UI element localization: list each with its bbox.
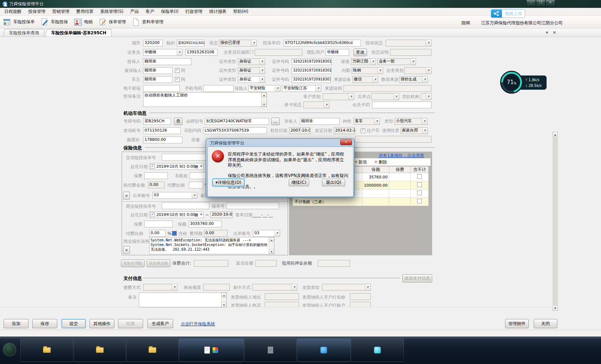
menu-item-insure[interactable]: 投保管理	[28, 9, 45, 15]
taskbar-item[interactable]	[351, 338, 404, 362]
state-select[interactable]: 报价已受理	[219, 40, 257, 46]
city-input[interactable]: 320200	[143, 40, 163, 46]
usage-select[interactable]: 家庭自用	[401, 127, 428, 134]
remove-jq-button[interactable]: ×	[123, 192, 130, 200]
apply-remark-textarea[interactable]: 自动报价失败转人工报价 ▲▼	[143, 92, 267, 107]
jq-acct-select[interactable]: 03	[152, 192, 197, 199]
menu-item-schedule[interactable]: 日程提醒	[4, 9, 21, 15]
include-checkbox[interactable]	[417, 191, 422, 195]
insurer-select[interactable]: 平安财险	[248, 85, 280, 92]
brand-input[interactable]: 别克SGM7240CWAT轿车	[205, 118, 269, 125]
range2-checkbox[interactable]	[150, 212, 155, 217]
inv-acct-input[interactable]	[350, 302, 371, 307]
idno2-input[interactable]: 320219197209183010	[292, 67, 332, 74]
save-button[interactable]: 保存	[32, 319, 57, 328]
toolbar-vehicle-insure-button[interactable]: 车险投保	[40, 18, 68, 26]
inservice-select[interactable]: 陈炯	[352, 67, 383, 74]
quota-input[interactable]	[203, 284, 230, 291]
cust-type-select[interactable]	[323, 93, 354, 100]
tab-list-caret-icon[interactable]: ▼	[546, 31, 548, 34]
close-button[interactable]: ✕	[546, 0, 555, 6]
sign-date-mask[interactable]: ____-__-__	[253, 212, 273, 218]
brand-more-button[interactable]: …	[271, 118, 280, 125]
car-owner-input[interactable]: 顾明章	[143, 76, 172, 83]
tab-close-icon[interactable]: ✕	[553, 30, 556, 35]
add-payment-button[interactable]: 添加支付信息	[402, 274, 432, 282]
quote-add-button[interactable]: ✚新添	[354, 159, 367, 165]
state-desc-input[interactable]	[390, 49, 431, 56]
textarea-scrollbar[interactable]: ▲▼	[261, 93, 267, 107]
continue-button[interactable]: 继续(C)	[289, 179, 309, 186]
caret-down-icon[interactable]: ▼	[199, 163, 203, 169]
toolbar-vehicle-policy-list-button[interactable]: 车险投保单	[3, 18, 35, 26]
menu-item-system[interactable]: 系统管理(S)	[100, 9, 123, 15]
remove-sy-button[interactable]: ×	[123, 246, 130, 254]
insured-input[interactable]: 顾明章	[143, 67, 172, 74]
taskbar-item[interactable]	[297, 338, 351, 362]
open-insurer-system-link[interactable]: 点击打开保险系统	[181, 321, 215, 327]
textarea-scrollbar[interactable]: ▲▼	[269, 237, 274, 254]
loan-org-select[interactable]	[421, 93, 431, 100]
menu-item-admin[interactable]: 行政管理	[185, 9, 202, 15]
card-state-select[interactable]	[303, 102, 329, 108]
email-input[interactable]	[143, 85, 180, 92]
sy-acct-select[interactable]: 03	[253, 230, 280, 237]
menu-item-customer[interactable]: 客户	[146, 9, 154, 15]
policy-id-input[interactable]: 67f27122fd9f4c0cbb433f325c6360cd	[284, 40, 361, 46]
veh-extra-input[interactable]	[355, 136, 431, 143]
member-id-input[interactable]	[372, 102, 431, 108]
sy-end-date-input[interactable]: 2020-10-08	[210, 211, 233, 218]
other-actions-button[interactable]: 其他操作	[89, 319, 114, 328]
maximize-button[interactable]: ❐	[536, 0, 546, 6]
tax-fee-input[interactable]: 0.00	[148, 182, 165, 188]
jq-range-datetime[interactable]: 2019年10月 9日 0:00 ▦▼	[149, 163, 204, 170]
same-as-applicant-checkbox[interactable]	[175, 68, 180, 73]
jq-fee-input[interactable]	[144, 172, 168, 179]
menu-item-report[interactable]: 统计报表	[209, 9, 226, 15]
sy-policy-no-input[interactable]	[162, 202, 209, 209]
idno-input[interactable]: 320219197209183010	[292, 58, 332, 65]
fee-amt-input[interactable]: 0.00	[204, 230, 228, 237]
channel-dept-select[interactable]: 业务一部	[377, 58, 416, 65]
menu-item-help[interactable]: 帮助(H)	[233, 9, 248, 15]
menu-item-product[interactable]: 产品	[130, 9, 139, 15]
cert-date-input[interactable]: 2014-02-26	[334, 127, 355, 134]
plate-input[interactable]: 苏B295CH	[143, 118, 171, 125]
inv-tel-input[interactable]	[265, 302, 299, 307]
sy-range-datetime[interactable]: 2019年10月 9日 0:00 ▦▼	[149, 211, 204, 218]
price-input[interactable]: 178800.00	[143, 137, 182, 143]
tab-vehicle-policy-edit[interactable]: 车险投保单编辑-苏B295CH	[45, 29, 112, 36]
reg-date-input[interactable]: 2007-10-08	[289, 127, 311, 134]
agent-select[interactable]: 华晓锋	[143, 49, 182, 56]
policy-no-input[interactable]	[226, 202, 279, 209]
idtype3-select[interactable]: 身份证	[238, 76, 265, 83]
change-button[interactable]: 更改	[353, 49, 367, 56]
taskbar-item[interactable]	[126, 338, 179, 362]
transfer-checkbox[interactable]	[361, 128, 365, 133]
toolbar-document-manage-button[interactable]: 资料单管理	[132, 18, 163, 26]
idtype-select[interactable]: 身份证	[238, 58, 265, 65]
quote-row[interactable]: 不计免赔（三者）	[293, 198, 429, 206]
veh-kind-select[interactable]: 客车	[353, 118, 380, 125]
idno3-input[interactable]: 320219197209183010	[292, 76, 331, 83]
data-source-select[interactable]: 报价生成	[399, 76, 428, 83]
sy-fee-input[interactable]	[144, 221, 173, 227]
details-button[interactable]: ▾详细信息(D)	[212, 179, 244, 186]
inv-bank-input[interactable]	[350, 293, 371, 300]
inv-addr-input[interactable]	[265, 293, 299, 300]
caret-down-icon[interactable]: ▼	[199, 212, 203, 218]
veh-type-select[interactable]: 小型汽车	[395, 118, 427, 125]
insurer-branch-select[interactable]: 平安财险江苏	[282, 85, 321, 92]
source-desc-input[interactable]	[343, 85, 431, 92]
range-checkbox[interactable]	[150, 164, 155, 169]
plate-query-button[interactable]: 查	[174, 118, 182, 125]
outlet-select[interactable]	[371, 93, 399, 100]
start-orb[interactable]	[3, 343, 16, 356]
manage-attachments-button[interactable]: 管理附件	[505, 319, 529, 328]
settle-button[interactable]: 结算	[118, 319, 143, 328]
minimize-button[interactable]: —	[526, 0, 536, 6]
scrollbar-thumb[interactable]	[553, 138, 557, 305]
add-button[interactable]: 添加	[4, 319, 29, 328]
agent-phone-input[interactable]: 13915263106	[185, 49, 218, 56]
submit-button[interactable]: 提交	[62, 319, 86, 328]
